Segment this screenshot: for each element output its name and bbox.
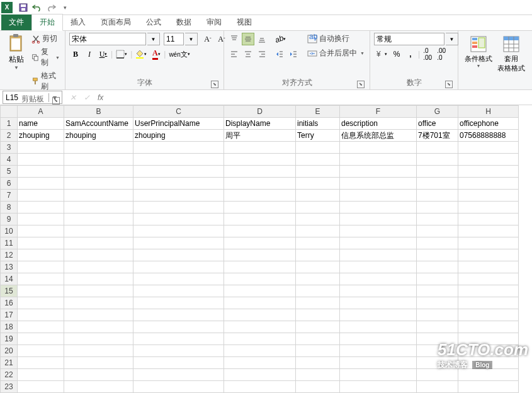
cell-F3[interactable] (340, 142, 417, 154)
underline-button[interactable]: U▾ (97, 48, 110, 60)
cell-B21[interactable] (64, 357, 133, 369)
tab-page-layout[interactable]: 页面布局 (93, 14, 139, 30)
cell-A11[interactable] (18, 237, 64, 249)
cell-F21[interactable] (340, 357, 417, 369)
cell-C6[interactable] (133, 178, 224, 190)
cell-F10[interactable] (340, 225, 417, 237)
cell-D17[interactable] (224, 309, 296, 321)
cell-H8[interactable] (458, 202, 519, 214)
italic-button[interactable]: I (83, 48, 96, 60)
cell-G13[interactable] (417, 261, 458, 273)
increase-decimal-button[interactable]: .0.00 (421, 48, 434, 60)
row-header-9[interactable]: 9 (1, 214, 18, 225)
cell-E8[interactable] (296, 202, 340, 214)
cell-B22[interactable] (64, 369, 133, 381)
cell-D13[interactable] (224, 261, 296, 273)
cell-G14[interactable] (417, 273, 458, 285)
cell-D11[interactable] (224, 237, 296, 249)
cell-H17[interactable] (458, 309, 519, 321)
col-header-A[interactable]: A (18, 106, 64, 118)
align-middle-button[interactable] (242, 33, 254, 45)
format-painter-button[interactable]: 格式刷 (30, 70, 61, 93)
cell-A7[interactable] (18, 190, 64, 202)
row-header-6[interactable]: 6 (1, 178, 18, 190)
cell-F22[interactable] (340, 369, 417, 381)
cell-C14[interactable] (133, 273, 224, 285)
row-header-15[interactable]: 15 (1, 285, 18, 297)
decrease-decimal-button[interactable]: .00.0 (435, 48, 448, 60)
cell-H4[interactable] (458, 154, 519, 166)
cell-E20[interactable] (296, 345, 340, 357)
cell-H11[interactable] (458, 237, 519, 249)
cell-H15[interactable] (458, 285, 519, 297)
cell-F5[interactable] (340, 166, 417, 178)
increase-indent-button[interactable] (287, 48, 300, 60)
copy-button[interactable]: 复制▼ (30, 46, 61, 69)
cell-A5[interactable] (18, 166, 64, 178)
cell-F4[interactable] (340, 154, 417, 166)
cell-G16[interactable] (417, 297, 458, 309)
cell-D19[interactable] (224, 333, 296, 345)
row-header-7[interactable]: 7 (1, 190, 18, 202)
tab-file[interactable]: 文件 (1, 14, 31, 30)
cell-H22[interactable] (458, 369, 519, 381)
cell-H10[interactable] (458, 225, 519, 237)
cell-G4[interactable] (417, 154, 458, 166)
cell-B17[interactable] (64, 309, 133, 321)
cell-C5[interactable] (133, 166, 224, 178)
cell-A20[interactable] (18, 345, 64, 357)
cell-E6[interactable] (296, 178, 340, 190)
cell-E12[interactable] (296, 249, 340, 261)
cell-C12[interactable] (133, 249, 224, 261)
cell-D20[interactable] (224, 345, 296, 357)
spreadsheet-grid[interactable]: ABCDEFGH1nameSamAccountNameUserPrincipal… (0, 105, 519, 393)
cell-B6[interactable] (64, 178, 133, 190)
cell-H6[interactable] (458, 178, 519, 190)
cell-C16[interactable] (133, 297, 224, 309)
cell-C2[interactable]: zhouping (133, 130, 224, 142)
cell-B19[interactable] (64, 333, 133, 345)
cell-A19[interactable] (18, 333, 64, 345)
cut-button[interactable]: 剪切 (30, 33, 61, 45)
cell-C4[interactable] (133, 154, 224, 166)
accept-formula-button[interactable]: ✓ (80, 93, 94, 102)
cell-D22[interactable] (224, 369, 296, 381)
cell-F6[interactable] (340, 178, 417, 190)
row-header-17[interactable]: 17 (1, 309, 18, 321)
cell-D21[interactable] (224, 357, 296, 369)
format-as-table-button[interactable]: 套用 表格格式 (495, 33, 528, 74)
row-header-2[interactable]: 2 (1, 130, 18, 142)
redo-button[interactable] (44, 1, 58, 14)
cell-H20[interactable] (458, 345, 519, 357)
cell-H13[interactable] (458, 261, 519, 273)
font-color-button[interactable]: A▾ (150, 48, 162, 60)
cell-C13[interactable] (133, 261, 224, 273)
cell-C10[interactable] (133, 225, 224, 237)
cell-F7[interactable] (340, 190, 417, 202)
formula-bar[interactable] (107, 91, 532, 104)
save-button[interactable] (16, 1, 30, 14)
cell-H3[interactable] (458, 142, 519, 154)
col-header-C[interactable]: C (133, 106, 224, 118)
cell-F20[interactable] (340, 345, 417, 357)
cell-C1[interactable]: UserPrincipalName (133, 118, 224, 130)
cell-G23[interactable] (417, 381, 458, 393)
row-header-12[interactable]: 12 (1, 249, 18, 261)
cell-G19[interactable] (417, 333, 458, 345)
cell-A14[interactable] (18, 273, 64, 285)
cell-A22[interactable] (18, 369, 64, 381)
cell-A13[interactable] (18, 261, 64, 273)
cell-F18[interactable] (340, 321, 417, 333)
align-center-button[interactable] (242, 48, 254, 60)
cell-E4[interactable] (296, 154, 340, 166)
col-header-D[interactable]: D (224, 106, 296, 118)
cell-D14[interactable] (224, 273, 296, 285)
row-header-16[interactable]: 16 (1, 297, 18, 309)
row-header-1[interactable]: 1 (1, 118, 18, 130)
cell-A12[interactable] (18, 249, 64, 261)
cell-E22[interactable] (296, 369, 340, 381)
cell-F11[interactable] (340, 237, 417, 249)
cell-B9[interactable] (64, 214, 133, 225)
row-header-22[interactable]: 22 (1, 369, 18, 381)
cell-E5[interactable] (296, 166, 340, 178)
